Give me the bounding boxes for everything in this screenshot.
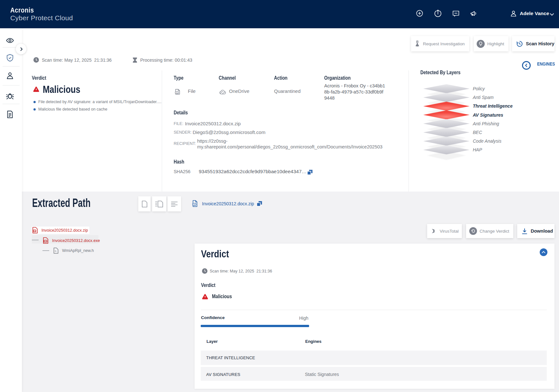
svg-text:zip: zip bbox=[34, 230, 36, 232]
svg-text:h: h bbox=[55, 250, 56, 253]
svg-text:zip: zip bbox=[176, 92, 178, 94]
svg-text:zip: zip bbox=[193, 203, 195, 205]
svg-text:exe: exe bbox=[44, 240, 47, 242]
